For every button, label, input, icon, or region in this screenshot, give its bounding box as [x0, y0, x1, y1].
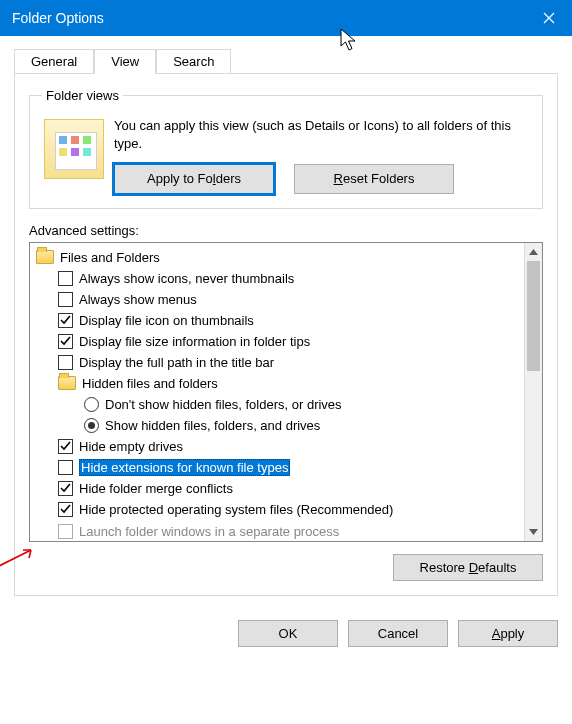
checkbox[interactable] — [58, 460, 73, 475]
apply-button[interactable]: Apply — [458, 620, 558, 647]
tab-row: General View Search — [14, 48, 558, 73]
checkbox[interactable] — [58, 313, 73, 328]
list-item[interactable]: Always show menus — [32, 289, 522, 310]
tab-view[interactable]: View — [94, 49, 156, 74]
apply-to-folders-button[interactable]: Apply to Folders — [114, 164, 274, 194]
folder-icon — [58, 376, 76, 390]
list-item-label: Hide folder merge conflicts — [79, 481, 233, 496]
scrollbar[interactable] — [524, 243, 542, 541]
list-item[interactable]: Don't show hidden files, folders, or dri… — [32, 394, 522, 415]
window-title: Folder Options — [12, 10, 104, 26]
folder-views-legend: Folder views — [42, 88, 123, 103]
list-item[interactable]: Show hidden files, folders, and drives — [32, 415, 522, 436]
advanced-settings-label: Advanced settings: — [29, 223, 543, 238]
checkbox[interactable] — [58, 292, 73, 307]
folder-views-group: Folder views You can apply this view (su… — [29, 88, 543, 209]
tree-group-files-folders: Files and Folders — [32, 247, 522, 268]
list-item-label: Hide extensions for known file types — [79, 459, 290, 476]
list-item[interactable]: Hide empty drives — [32, 436, 522, 457]
checkbox[interactable] — [58, 355, 73, 370]
list-item-label: Always show menus — [79, 292, 197, 307]
list-item[interactable]: Hide protected operating system files (R… — [32, 499, 522, 520]
list-item[interactable]: Launch folder windows in a separate proc… — [32, 521, 522, 541]
list-item[interactable]: Hide folder merge conflicts — [32, 478, 522, 499]
list-item-label: Always show icons, never thumbnails — [79, 271, 294, 286]
scrollbar-thumb[interactable] — [527, 261, 540, 371]
dialog-buttons: OK Cancel Apply — [0, 610, 572, 661]
checkbox[interactable] — [58, 439, 73, 454]
close-icon — [543, 12, 555, 24]
scroll-up-icon[interactable] — [525, 243, 542, 261]
restore-defaults-button[interactable]: Restore Defaults — [393, 554, 543, 581]
list-item-label: Display file size information in folder … — [79, 334, 310, 349]
folder-preview-icon — [44, 119, 104, 179]
list-item-label: Launch folder windows in a separate proc… — [79, 524, 339, 539]
list-item[interactable]: Always show icons, never thumbnails — [32, 268, 522, 289]
checkbox[interactable] — [58, 271, 73, 286]
folder-icon — [36, 250, 54, 264]
list-item-label: Hide protected operating system files (R… — [79, 502, 393, 517]
close-button[interactable] — [526, 0, 572, 36]
list-item-label: Don't show hidden files, folders, or dri… — [105, 397, 342, 412]
checkbox[interactable] — [58, 524, 73, 539]
tab-general[interactable]: General — [14, 49, 94, 74]
tab-label: Search — [173, 54, 214, 69]
reset-folders-button[interactable]: Reset Folders — [294, 164, 454, 194]
checkbox[interactable] — [58, 334, 73, 349]
tree-group-hidden: Hidden files and folders — [32, 373, 522, 394]
advanced-settings-list[interactable]: Files and Folders Always show icons, nev… — [29, 242, 543, 542]
tab-panel-view: Folder views You can apply this view (su… — [14, 73, 558, 596]
radio[interactable] — [84, 397, 99, 412]
tab-label: General — [31, 54, 77, 69]
list-item-label: Display the full path in the title bar — [79, 355, 274, 370]
folder-views-desc: You can apply this view (such as Details… — [114, 117, 530, 152]
tab-search[interactable]: Search — [156, 49, 231, 74]
tab-label: View — [111, 54, 139, 69]
list-item-label: Display file icon on thumbnails — [79, 313, 254, 328]
cancel-button[interactable]: Cancel — [348, 620, 448, 647]
list-item-hide-extensions[interactable]: Hide extensions for known file types — [32, 457, 522, 478]
list-item[interactable]: Display file size information in folder … — [32, 331, 522, 352]
scroll-down-icon[interactable] — [525, 523, 542, 541]
checkbox[interactable] — [58, 502, 73, 517]
radio[interactable] — [84, 418, 99, 433]
ok-button[interactable]: OK — [238, 620, 338, 647]
list-item-label: Show hidden files, folders, and drives — [105, 418, 320, 433]
list-item[interactable]: Display the full path in the title bar — [32, 352, 522, 373]
checkbox[interactable] — [58, 481, 73, 496]
titlebar[interactable]: Folder Options — [0, 0, 572, 36]
list-item-label: Hide empty drives — [79, 439, 183, 454]
list-item[interactable]: Display file icon on thumbnails — [32, 310, 522, 331]
